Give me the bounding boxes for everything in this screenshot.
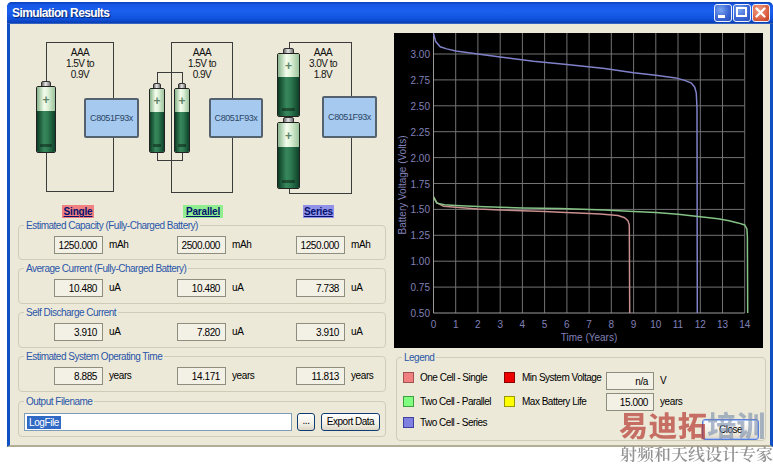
svg-text:Time (Years): Time (Years) — [561, 332, 618, 343]
svg-text:11: 11 — [673, 319, 684, 330]
svg-text:13: 13 — [717, 319, 729, 330]
svg-text:1.25: 1.25 — [411, 230, 431, 241]
svg-text:0.50: 0.50 — [411, 308, 431, 319]
svg-text:7: 7 — [586, 319, 592, 330]
svg-text:2.25: 2.25 — [411, 127, 431, 138]
svg-text:4: 4 — [520, 319, 526, 330]
svg-text:14: 14 — [739, 319, 751, 330]
svg-text:3: 3 — [497, 319, 503, 330]
svg-text:0: 0 — [431, 319, 437, 330]
svg-text:1: 1 — [453, 319, 459, 330]
svg-text:Battery Voltage (Volts): Battery Voltage (Volts) — [397, 136, 408, 235]
svg-text:1.75: 1.75 — [411, 179, 431, 190]
svg-text:1.50: 1.50 — [411, 204, 431, 215]
svg-text:0.75: 0.75 — [411, 282, 431, 293]
svg-text:3.00: 3.00 — [411, 49, 431, 60]
svg-text:9: 9 — [631, 319, 637, 330]
svg-text:1.00: 1.00 — [411, 256, 431, 267]
svg-text:2.50: 2.50 — [411, 101, 431, 112]
svg-text:10: 10 — [650, 319, 662, 330]
svg-text:2.00: 2.00 — [411, 153, 431, 164]
svg-text:2.75: 2.75 — [411, 75, 431, 86]
svg-text:2: 2 — [475, 319, 481, 330]
svg-text:6: 6 — [564, 319, 570, 330]
svg-text:8: 8 — [609, 319, 615, 330]
svg-text:5: 5 — [542, 319, 548, 330]
svg-text:12: 12 — [695, 319, 707, 330]
